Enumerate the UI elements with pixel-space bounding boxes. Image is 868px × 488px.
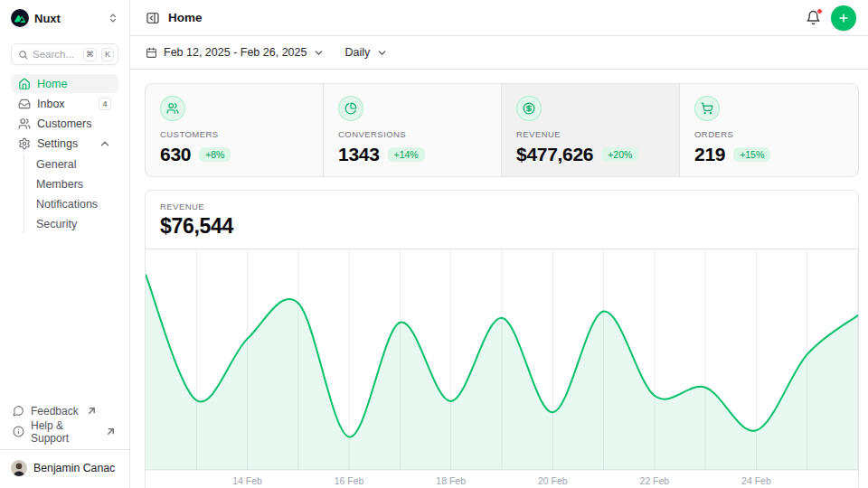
user-name: Benjamin Canac	[33, 462, 115, 474]
chart-header: REVENUE $76,544	[146, 191, 858, 249]
sidebar-link-feedback[interactable]: Feedback	[11, 401, 118, 420]
sidebar-subitem-label: Security	[36, 218, 77, 230]
cart-icon	[694, 96, 720, 121]
chart-plot-area[interactable]: 14 Feb16 Feb18 Feb20 Feb22 Feb24 Feb	[146, 249, 858, 488]
inbox-count-badge: 4	[99, 98, 111, 110]
sidebar-item-customers[interactable]: Customers	[11, 114, 118, 133]
sidebar-subitem-general[interactable]: General	[33, 155, 118, 174]
stat-label: REVENUE	[516, 129, 665, 139]
sidebar-subnav: GeneralMembersNotificationsSecurity	[24, 155, 118, 233]
home-icon	[18, 78, 31, 90]
sidebar-link-label: Feedback	[31, 405, 79, 418]
chart-pie-icon	[338, 96, 363, 121]
x-axis-tick-label: 24 Feb	[741, 476, 771, 486]
page-content: CUSTOMERS630+8%CONVERSIONS1343+14%REVENU…	[130, 70, 868, 488]
inbox-icon	[18, 98, 31, 110]
info-icon	[13, 426, 24, 437]
user-menu[interactable]: Benjamin Canac	[11, 457, 118, 479]
period-value: Daily	[344, 46, 370, 59]
stat-delta-badge: +8%	[199, 147, 231, 162]
app-window: Nuxt Search... ⌘ K HomeInbox4CustomersSe…	[0, 0, 868, 488]
sidebar-link-help-support[interactable]: Help & Support	[11, 422, 118, 441]
stat-delta-badge: +15%	[733, 147, 770, 162]
sidebar-item-label: Inbox	[37, 98, 65, 110]
date-range-picker[interactable]: Feb 12, 2025 - Feb 26, 2025	[146, 46, 325, 59]
external-link-icon	[105, 426, 117, 437]
avatar	[11, 460, 27, 476]
calendar-icon	[146, 47, 157, 59]
panel-left-close-icon[interactable]	[146, 11, 160, 25]
main-area: Home Feb 12, 2025 - Feb 26, 2025 Daily	[130, 0, 868, 488]
nuxt-logo-icon	[11, 9, 29, 27]
sidebar: Nuxt Search... ⌘ K HomeInbox4CustomersSe…	[0, 0, 130, 488]
stat-value: 1343	[338, 144, 380, 165]
x-axis-tick-label: 20 Feb	[538, 476, 568, 486]
kbd-key: K	[101, 48, 114, 61]
sidebar-subitem-label: Notifications	[36, 198, 98, 211]
x-axis-tick-label: 14 Feb	[232, 476, 262, 486]
stat-card-customers[interactable]: CUSTOMERS630+8%	[146, 84, 324, 177]
x-axis-tick-label: 22 Feb	[640, 476, 670, 486]
message-icon	[13, 405, 24, 417]
settings-icon	[18, 137, 31, 150]
sidebar-item-inbox[interactable]: Inbox4	[11, 94, 118, 113]
stat-card-conversions[interactable]: CONVERSIONS1343+14%	[324, 84, 502, 177]
sidebar-item-home[interactable]: Home	[11, 74, 118, 93]
stat-label: CUSTOMERS	[160, 129, 308, 139]
sidebar-subitem-security[interactable]: Security	[33, 214, 118, 233]
sidebar-subitem-label: General	[36, 158, 76, 171]
sidebar-divider	[0, 449, 129, 450]
workspace-name: Nuxt	[34, 12, 61, 25]
external-link-icon	[86, 405, 98, 417]
sidebar-item-label: Settings	[37, 137, 78, 150]
stat-label: CONVERSIONS	[338, 129, 486, 139]
page-header: Home	[130, 0, 868, 36]
stat-delta-badge: +14%	[388, 147, 425, 162]
revenue-area-chart: 14 Feb16 Feb18 Feb20 Feb22 Feb24 Feb	[146, 249, 858, 488]
notification-dot	[816, 8, 823, 14]
x-axis-tick-label: 16 Feb	[335, 476, 364, 486]
date-range-value: Feb 12, 2025 - Feb 26, 2025	[164, 46, 307, 59]
plus-icon	[837, 12, 850, 24]
chevron-up-down-icon	[108, 13, 118, 23]
stat-value: 219	[694, 144, 725, 165]
search-icon	[18, 50, 28, 60]
sidebar-item-settings[interactable]: Settings	[11, 134, 118, 153]
stat-card-orders[interactable]: ORDERS219+15%	[680, 84, 858, 177]
chevron-down-icon	[376, 47, 388, 59]
sidebar-footer-links: FeedbackHelp & Support	[11, 401, 118, 441]
search-input[interactable]: Search... ⌘ K	[11, 43, 118, 65]
stat-value: $477,626	[516, 144, 593, 165]
workspace-switcher[interactable]: Nuxt	[11, 7, 118, 29]
revenue-chart-card: REVENUE $76,544 14 Feb16 Feb18 Feb20 Feb…	[145, 190, 859, 488]
chevron-up-icon	[99, 137, 111, 150]
circle-dollar-icon	[516, 96, 542, 121]
stat-value: 630	[160, 144, 191, 165]
sidebar-item-label: Home	[37, 78, 67, 90]
x-axis-tick-label: 18 Feb	[436, 476, 466, 486]
search-placeholder: Search...	[33, 49, 79, 60]
sidebar-link-label: Help & Support	[31, 419, 98, 445]
chart-metric-value: $76,544	[160, 214, 844, 239]
stats-row: CUSTOMERS630+8%CONVERSIONS1343+14%REVENU…	[145, 83, 859, 177]
users-icon	[18, 117, 31, 130]
users-icon	[160, 96, 185, 121]
kbd-meta: ⌘	[83, 48, 97, 61]
stat-label: ORDERS	[694, 129, 844, 139]
filters-toolbar: Feb 12, 2025 - Feb 26, 2025 Daily	[130, 36, 868, 70]
sidebar-subitem-members[interactable]: Members	[33, 174, 118, 193]
chart-metric-label: REVENUE	[160, 202, 844, 211]
page-title: Home	[168, 11, 203, 24]
sidebar-item-label: Customers	[37, 117, 91, 130]
sidebar-subitem-label: Members	[36, 178, 83, 191]
add-button[interactable]	[831, 5, 856, 31]
chevron-down-icon	[313, 47, 325, 59]
notifications-button[interactable]	[806, 10, 821, 25]
sidebar-nav: HomeInbox4CustomersSettingsGeneralMember…	[11, 74, 118, 234]
period-select[interactable]: Daily	[344, 46, 388, 59]
sidebar-subitem-notifications[interactable]: Notifications	[33, 194, 118, 213]
stat-card-revenue[interactable]: REVENUE$477,626+20%	[502, 84, 680, 177]
stat-delta-badge: +20%	[601, 147, 638, 162]
